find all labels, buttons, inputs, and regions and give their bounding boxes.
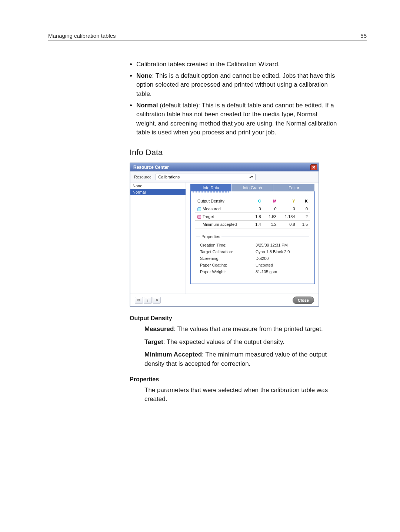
resource-label: Resource: bbox=[134, 175, 153, 179]
cell: 1.8 bbox=[250, 213, 263, 221]
prop-key: Creation Time: bbox=[200, 243, 256, 247]
page-number: 55 bbox=[360, 33, 367, 39]
prop-row: Paper Weight:81-105 gsm bbox=[200, 268, 305, 275]
resource-dropdown[interactable]: Calibrations ▴▾ bbox=[156, 174, 256, 180]
properties-fieldset: Properties Creation Time:3/25/09 12:31 P… bbox=[196, 234, 309, 279]
cell: 0.8 bbox=[279, 221, 297, 228]
properties-text: The parameters that were selected when t… bbox=[144, 386, 337, 404]
list-item[interactable]: Normal bbox=[130, 189, 186, 195]
info-icon: i bbox=[147, 298, 148, 302]
prop-row: Screening:Dot200 bbox=[200, 255, 305, 262]
cell: 1.4 bbox=[250, 221, 263, 228]
target-label: Target bbox=[144, 338, 163, 345]
output-density-heading: Output Density bbox=[130, 315, 337, 322]
bullet-1: Calibration tables created in the Calibr… bbox=[136, 60, 337, 69]
bullet-3-label: Normal bbox=[136, 102, 158, 109]
bullet-3-text: (default table): This is a default table… bbox=[136, 102, 337, 136]
tab-info-graph[interactable]: Info Graph bbox=[232, 184, 273, 191]
window-footer: ⧉ i ✕ Close bbox=[130, 294, 319, 306]
target-text: : The expected values of the output dens… bbox=[163, 338, 284, 345]
col-k: K bbox=[297, 197, 310, 205]
row-label: Target bbox=[203, 214, 214, 219]
cell: 0 bbox=[279, 205, 297, 213]
cell: 1.5 bbox=[297, 221, 310, 228]
prop-row: Paper Coating:Uncoated bbox=[200, 262, 305, 268]
section-heading-info-data: Info Data bbox=[130, 148, 337, 157]
measured-text: : The values that are measure from the p… bbox=[174, 325, 323, 332]
prop-key: Paper Weight: bbox=[200, 270, 256, 274]
info-button[interactable]: i bbox=[144, 297, 152, 304]
output-density-block: Measured: The values that are measure fr… bbox=[144, 325, 337, 369]
col-m: M bbox=[263, 197, 279, 205]
right-pane: Info Data Info Graph Editor Output Densi… bbox=[186, 183, 319, 294]
running-head: Managing calibration tables 55 bbox=[48, 33, 367, 41]
prop-row: Creation Time:3/25/09 12:31 PM bbox=[200, 242, 305, 248]
chevron-updown-icon: ▴▾ bbox=[249, 175, 253, 179]
measured-para: Measured: The values that are measure fr… bbox=[144, 325, 337, 334]
prop-value: Cyan 1.8 Black 2.0 bbox=[256, 250, 290, 254]
main-content: Calibration tables created in the Calibr… bbox=[130, 60, 337, 404]
prop-key: Paper Coating: bbox=[200, 263, 256, 267]
properties-block: The parameters that were selected when t… bbox=[144, 386, 337, 404]
tab-page-info-data: Output Density C M Y K Measured bbox=[190, 191, 315, 284]
close-icon: ✕ bbox=[312, 165, 316, 170]
target-para: Target: The expected values of the outpu… bbox=[144, 338, 337, 347]
toolbar: Resource: Calibrations ▴▾ bbox=[130, 171, 319, 183]
window-body: None Normal Info Data Info Graph Editor bbox=[130, 183, 319, 294]
swatch-icon bbox=[197, 215, 201, 219]
col-y: Y bbox=[279, 197, 297, 205]
resource-value: Calibrations bbox=[158, 175, 180, 179]
cell: 1.2 bbox=[263, 221, 279, 228]
table-row: Minimum accepted 1.4 1.2 0.8 1.5 bbox=[195, 221, 310, 228]
properties-legend: Properties bbox=[200, 234, 221, 239]
prop-value: Uncoated bbox=[256, 263, 273, 267]
list-item[interactable]: None bbox=[130, 183, 186, 189]
cell: 2 bbox=[297, 213, 310, 221]
delete-icon: ✕ bbox=[155, 298, 159, 302]
tab-info-data[interactable]: Info Data bbox=[190, 184, 232, 191]
window-close-button[interactable]: ✕ bbox=[310, 164, 317, 170]
swatch-icon bbox=[197, 207, 201, 211]
cell: 0 bbox=[250, 205, 263, 213]
cell: 1.53 bbox=[263, 213, 279, 221]
bullet-3: Normal (default table): This is a defaul… bbox=[136, 101, 337, 138]
prop-value: Dot200 bbox=[256, 256, 269, 261]
row-label: Minimum accepted bbox=[195, 221, 250, 228]
cell: 1.134 bbox=[279, 213, 297, 221]
prop-value: 81-105 gsm bbox=[256, 270, 277, 274]
calibration-list: None Normal bbox=[130, 183, 186, 294]
prop-key: Target Calibration: bbox=[200, 250, 256, 254]
close-button[interactable]: Close bbox=[293, 297, 314, 304]
properties-heading: Properties bbox=[130, 376, 337, 383]
bullet-2-label: None bbox=[136, 72, 152, 79]
delete-button[interactable]: ✕ bbox=[153, 297, 161, 304]
min-label: Minimum Accepted bbox=[144, 351, 202, 358]
page: Managing calibration tables 55 Calibrati… bbox=[0, 0, 400, 532]
window-title: Resource Center bbox=[133, 165, 169, 170]
row-label: Measured bbox=[203, 207, 221, 211]
col-c: C bbox=[250, 197, 263, 205]
tabs: Info Data Info Graph Editor bbox=[190, 184, 315, 191]
prop-row: Target Calibration:Cyan 1.8 Black 2.0 bbox=[200, 248, 305, 255]
duplicate-icon: ⧉ bbox=[137, 298, 140, 302]
cell: 0 bbox=[297, 205, 310, 213]
bullet-2-text: : This is a default option and cannot be… bbox=[136, 72, 335, 97]
output-density-table: Output Density C M Y K Measured bbox=[195, 197, 310, 228]
titlebar: Resource Center ✕ bbox=[130, 163, 319, 171]
running-head-text: Managing calibration tables bbox=[48, 33, 116, 39]
min-para: Minimum Accepted: The minimum measured v… bbox=[144, 350, 337, 368]
measured-label: Measured bbox=[144, 325, 174, 332]
tab-editor[interactable]: Editor bbox=[273, 184, 315, 191]
col-output: Output Density bbox=[195, 197, 250, 205]
prop-value: 3/25/09 12:31 PM bbox=[256, 243, 288, 247]
table-row: Target 1.8 1.53 1.134 2 bbox=[195, 213, 310, 221]
bullet-list: Calibration tables created in the Calibr… bbox=[130, 60, 337, 137]
resource-center-window: Resource Center ✕ Resource: Calibrations… bbox=[130, 163, 319, 307]
prop-key: Screening: bbox=[200, 256, 256, 261]
duplicate-button[interactable]: ⧉ bbox=[135, 297, 143, 304]
footer-icon-buttons: ⧉ i ✕ bbox=[135, 297, 161, 304]
cell: 0 bbox=[263, 205, 279, 213]
table-row: Measured 0 0 0 0 bbox=[195, 205, 310, 213]
bullet-2: None: This is a default option and canno… bbox=[136, 71, 337, 99]
